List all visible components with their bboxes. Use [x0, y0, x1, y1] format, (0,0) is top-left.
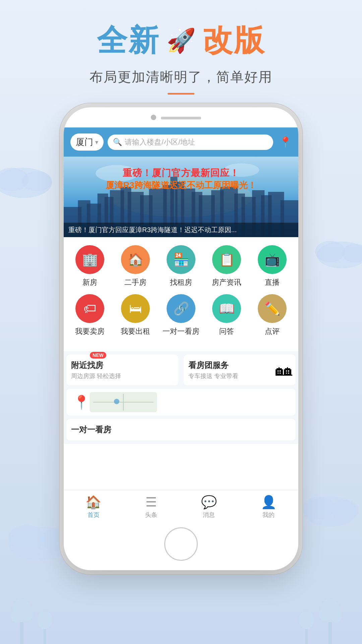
svg-point-17	[299, 610, 314, 629]
qa-icon: 📖	[212, 294, 241, 323]
messages-label: 消息	[203, 511, 215, 519]
nav-news[interactable]: 📋 房产资讯	[208, 245, 245, 287]
icon-row-1: 🏢 新房 🏠 二手房 🏪 找租房 📋 房产资讯 📺 直播	[67, 245, 295, 287]
profile-icon: 👤	[261, 495, 277, 509]
news-label: 房产资讯	[212, 277, 241, 287]
nav-second-hand[interactable]: 🏠 二手房	[117, 245, 154, 287]
icon-row-2: 🏷 我要卖房 🛏 我要出租 🔗 一对一看房 📖 问答 ✏️ 点评	[67, 294, 295, 336]
nav-tab-headlines[interactable]: ☰ 头条	[145, 495, 157, 519]
review-label: 点评	[265, 326, 280, 336]
chevron-down-icon: ▾	[95, 139, 98, 146]
qa-label: 问答	[219, 326, 234, 336]
headlines-icon: ☰	[145, 495, 157, 509]
location-icon[interactable]: 📍	[279, 136, 292, 148]
nav-rent[interactable]: 🏪 找租房	[163, 245, 199, 287]
nav-tab-home[interactable]: 🏠 首页	[85, 495, 101, 519]
search-placeholder: 请输入楼盘/小区/地址	[125, 137, 195, 147]
banner-bottom-text: 重磅！厦门官方回应厦漳R3跨海隧道！迟迟不动工原因...	[68, 225, 294, 234]
nav-lease[interactable]: 🛏 我要出租	[117, 294, 154, 336]
one-on-one-icon: 🔗	[167, 294, 195, 323]
city-name: 厦门	[76, 136, 93, 148]
messages-icon: 💬	[201, 495, 217, 509]
svg-point-9	[22, 608, 33, 621]
nav-sell[interactable]: 🏷 我要卖房	[71, 294, 108, 336]
cloud-lower-right	[302, 490, 359, 527]
review-icon: ✏️	[258, 294, 287, 323]
lease-label: 我要出租	[121, 326, 150, 336]
tree-right	[298, 564, 352, 644]
svg-point-2	[22, 171, 52, 191]
header-subtitle: 布局更加清晰明了，简单好用	[0, 68, 362, 86]
nav-live[interactable]: 📺 直播	[254, 245, 291, 287]
lease-icon: 🛏	[121, 294, 150, 323]
banner-area[interactable]: 重磅！厦门官方最新回应！ 厦漳R3跨海隧道迟迟不动工原因曝光！ 重磅！厦门官方回…	[64, 157, 298, 237]
map-pin-icon: 📍	[73, 394, 90, 410]
services-section: NEW 附近找房 周边房源 轻松选择 看房团服务 专车接送 专业带看 🏘 📍	[64, 351, 298, 444]
profile-label: 我的	[262, 511, 275, 519]
svg-point-23	[331, 500, 359, 520]
icon-grid: 🏢 新房 🏠 二手房 🏪 找租房 📋 房产资讯 📺 直播	[64, 237, 298, 351]
new-badge: NEW	[90, 352, 106, 359]
bottom-nav: 🏠 首页 ☰ 头条 💬 消息 👤 我的	[64, 490, 298, 523]
nav-tab-profile[interactable]: 👤 我的	[261, 495, 277, 519]
header-title: 全新 🚀 改版	[0, 20, 362, 61]
rocket-icon: 🚀	[167, 27, 196, 54]
group-card[interactable]: 看房团服务 专车接送 专业带看 🏘	[184, 355, 296, 385]
nearby-card[interactable]: NEW 附近找房 周边房源 轻松选择	[66, 355, 178, 385]
phone-speaker	[161, 117, 201, 119]
svg-point-19	[8, 525, 45, 552]
svg-point-56	[114, 399, 119, 404]
header-area: 全新 🚀 改版 布局更加清晰明了，简单好用	[0, 20, 362, 95]
sell-label: 我要卖房	[75, 326, 105, 336]
svg-point-8	[11, 608, 23, 623]
svg-point-15	[330, 608, 342, 623]
svg-point-14	[319, 608, 330, 621]
one-on-one-bottom-card[interactable]: 一对一看房	[66, 419, 296, 440]
second-hand-label: 二手房	[124, 277, 146, 287]
svg-point-22	[302, 497, 335, 520]
title-left: 全新	[97, 20, 160, 61]
rent-icon: 🏪	[167, 245, 195, 274]
app-header: 厦门 ▾ 🔍 请输入楼盘/小区/地址 📍	[64, 127, 298, 157]
map-preview[interactable]: 📍	[66, 389, 296, 416]
svg-point-11	[38, 610, 52, 629]
phone-mockup: 厦门 ▾ 🔍 请输入楼盘/小区/地址 📍	[64, 107, 298, 570]
home-icon: 🏠	[85, 495, 101, 509]
search-icon: 🔍	[113, 138, 122, 147]
nav-one-on-one[interactable]: 🔗 一对一看房	[163, 294, 199, 336]
cloud-right	[315, 235, 362, 268]
live-icon: 📺	[258, 245, 287, 274]
banner-background: 重磅！厦门官方最新回应！ 厦漳R3跨海隧道迟迟不动工原因曝光！ 重磅！厦门官方回…	[64, 157, 298, 237]
city-selector[interactable]: 厦门 ▾	[70, 133, 104, 151]
home-button[interactable]	[164, 527, 198, 561]
search-bar[interactable]: 🔍 请输入楼盘/小区/地址	[108, 135, 273, 150]
headlines-label: 头条	[145, 511, 157, 519]
new-homes-label: 新房	[82, 277, 97, 287]
live-label: 直播	[265, 277, 280, 287]
app-content: 厦门 ▾ 🔍 请输入楼盘/小区/地址 📍	[64, 127, 298, 523]
mini-map	[90, 392, 157, 412]
tree-left	[10, 564, 64, 644]
home-label: 首页	[87, 511, 100, 519]
phone-camera	[151, 115, 156, 120]
nav-qa[interactable]: 📖 问答	[208, 294, 245, 336]
news-icon: 📋	[212, 245, 241, 274]
banner-title-orange: 厦漳R3跨海隧道迟迟不动工原因曝光！	[74, 179, 288, 191]
new-homes-icon: 🏢	[75, 245, 104, 274]
nav-new-homes[interactable]: 🏢 新房	[71, 245, 108, 287]
cloud-left	[0, 161, 54, 198]
rent-label: 找租房	[170, 277, 192, 287]
banner-text-area: 重磅！厦门官方最新回应！ 厦漳R3跨海隧道迟迟不动工原因曝光！	[74, 167, 288, 191]
one-on-one-label: 一对一看房	[163, 326, 199, 336]
sell-icon: 🏷	[75, 294, 104, 323]
building-icon: 🏘	[276, 360, 292, 380]
second-hand-icon: 🏠	[121, 245, 150, 274]
title-right: 改版	[202, 20, 265, 61]
nav-review[interactable]: ✏️ 点评	[254, 294, 291, 336]
service-cards-row: NEW 附近找房 周边房源 轻松选择 看房团服务 专车接送 专业带看 🏘	[64, 351, 298, 389]
nearby-title: 附近找房	[71, 360, 174, 371]
banner-title-red: 重磅！厦门官方最新回应！	[74, 167, 288, 179]
banner-bottom-bar: 重磅！厦门官方回应厦漳R3跨海隧道！迟迟不动工原因...	[64, 223, 298, 237]
nearby-subtitle: 周边房源 轻松选择	[71, 372, 174, 380]
nav-tab-messages[interactable]: 💬 消息	[201, 495, 217, 519]
